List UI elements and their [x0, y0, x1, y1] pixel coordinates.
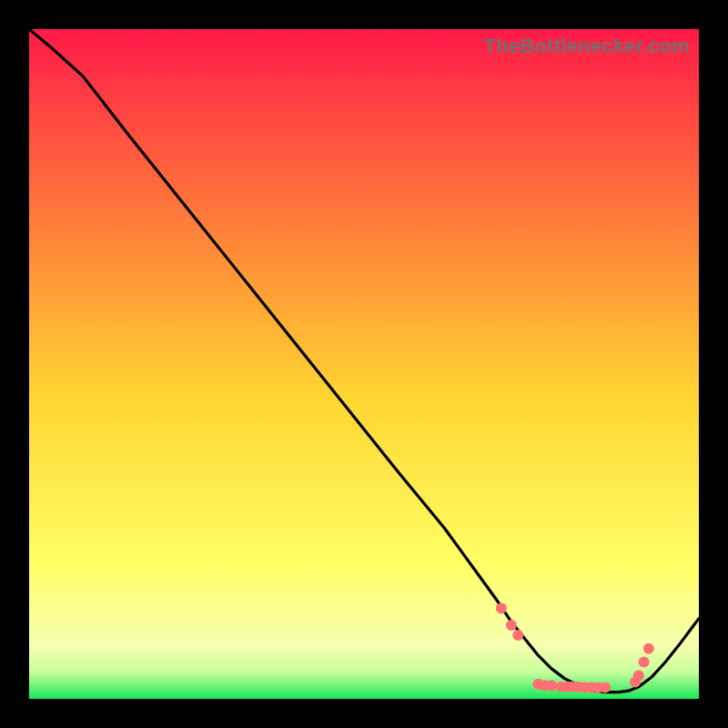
data-marker: [643, 643, 654, 654]
plot-area: TheBottlenecker.com: [29, 29, 699, 699]
data-marker: [633, 670, 644, 681]
gradient-background: [29, 29, 699, 699]
data-marker: [512, 630, 523, 641]
plot-svg: [29, 29, 699, 699]
data-marker: [639, 657, 650, 668]
data-marker: [600, 682, 611, 693]
data-marker: [496, 603, 507, 614]
watermark-text: TheBottlenecker.com: [484, 35, 690, 58]
chart-frame: TheBottlenecker.com: [0, 0, 728, 728]
data-marker: [506, 620, 517, 631]
data-marker: [546, 680, 557, 691]
